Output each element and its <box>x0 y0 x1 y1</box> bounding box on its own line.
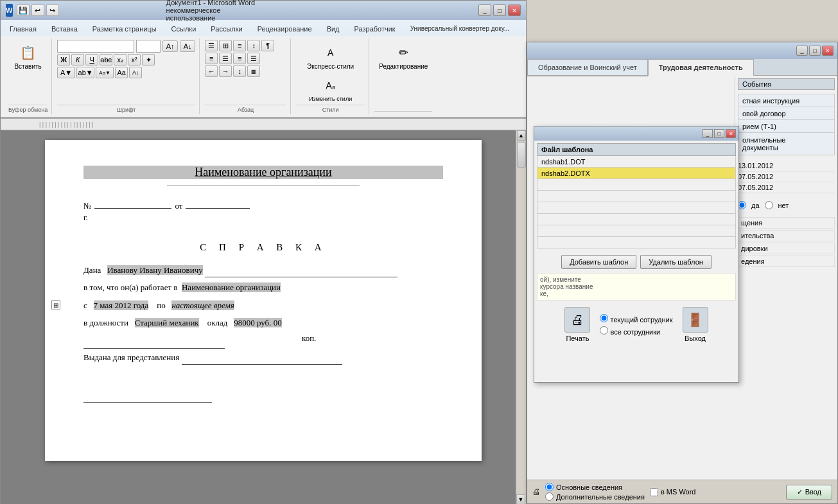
additional-info-radio[interactable] <box>545 492 554 501</box>
ms-word-check[interactable] <box>650 488 658 496</box>
add-template-btn[interactable]: Добавить шаблон <box>561 255 636 269</box>
editing-label-group <box>374 111 432 113</box>
maximize-btn[interactable]: □ <box>493 4 506 16</box>
minimize-btn[interactable]: _ <box>478 4 491 16</box>
vertical-scrollbar[interactable]: ▲ ▼ <box>516 130 526 504</box>
tab-konverter[interactable]: Универсальный конвертер доку... <box>403 22 516 36</box>
redo-quick-btn[interactable]: ↪ <box>46 4 59 16</box>
template-name-1[interactable]: ndshab1.DOT <box>537 156 736 168</box>
event-label-1[interactable]: стная инструкция <box>738 94 835 107</box>
bullets-btn[interactable]: ☰ <box>205 40 218 51</box>
caps-btn[interactable]: А↓ <box>129 67 142 78</box>
sort-btn[interactable]: ↕ <box>247 40 260 51</box>
italic-btn[interactable]: К <box>71 54 84 65</box>
pilcrow-btn[interactable]: ¶ <box>261 40 274 51</box>
template-row-5[interactable] <box>537 202 736 214</box>
current-employee-radio[interactable] <box>600 314 608 322</box>
paste-btn[interactable]: 📋 Вставить <box>10 40 46 73</box>
numbering-btn[interactable]: ⊞ <box>219 40 232 51</box>
tab-razrabotchik[interactable]: Разработчик <box>347 22 403 36</box>
bg-color-btn[interactable]: ▩ <box>247 65 260 77</box>
undo-quick-btn[interactable]: ↩ <box>31 4 44 16</box>
tab-vid[interactable]: Вид <box>320 22 347 36</box>
printer-icon-btn[interactable]: 🖨 <box>532 487 540 496</box>
tab-vstavka[interactable]: Вставка <box>44 22 85 36</box>
inner-close-btn[interactable]: ✕ <box>726 129 736 138</box>
document-area[interactable]: ⊞ Наименование организации № от г. С П Р… <box>1 130 526 504</box>
template-row-1[interactable]: ndshab1.DOT <box>537 156 736 168</box>
all-employees-radio[interactable] <box>600 326 608 335</box>
increase-indent-btn[interactable]: → <box>219 65 232 77</box>
hr-minimize-btn[interactable]: _ <box>796 46 808 56</box>
tab-employment[interactable]: Трудовая деятельность <box>648 59 754 76</box>
highlight-btn[interactable]: ab▼ <box>76 67 94 78</box>
hr-maximize-btn[interactable]: □ <box>809 46 821 56</box>
inner-maximize-btn[interactable]: □ <box>714 129 724 138</box>
event-row-3: рием (Т-1) <box>738 120 835 133</box>
save-quick-btn[interactable]: 💾 <box>17 4 30 16</box>
decrease-indent-btn[interactable]: ← <box>205 65 218 77</box>
event-label-2[interactable]: овой договор <box>738 107 835 120</box>
strikethrough-btn[interactable]: abc <box>100 54 112 65</box>
multilevel-btn[interactable]: ≡ <box>233 40 246 51</box>
subscript-btn[interactable]: x₂ <box>114 54 127 65</box>
tab-recensirovanie[interactable]: Рецензирование <box>250 22 319 36</box>
event-label-3[interactable]: рием (Т-1) <box>738 120 835 133</box>
tab-education[interactable]: Образование и Воинский учет <box>527 59 648 75</box>
tab-glavnaya[interactable]: Главная <box>3 22 44 36</box>
scroll-up-btn[interactable]: ▲ <box>517 130 526 141</box>
font-size-input[interactable]: 14 <box>136 40 161 53</box>
font-color-btn[interactable]: Аa▼ <box>96 67 114 78</box>
enter-btn[interactable]: ✓ Ввод <box>786 485 832 500</box>
ribbon: Главная Вставка Разметка страницы Ссылки… <box>1 20 526 119</box>
bold-btn[interactable]: Ж <box>57 54 70 65</box>
template-row-2[interactable]: ndshab2.DOTX <box>537 168 736 179</box>
template-name-2[interactable]: ndshab2.DOTX <box>537 168 736 179</box>
align-left-btn[interactable]: ≡ <box>205 53 218 64</box>
template-row-3[interactable] <box>537 179 736 191</box>
inner-dialog-titlebar: _ □ ✕ <box>534 126 738 141</box>
editing-btn[interactable]: ✏ Редактирование <box>374 40 432 73</box>
change-styles-btn[interactable]: Aₐ Изменить стили <box>304 73 356 105</box>
font-name-input[interactable]: Times New Roman <box>57 40 134 53</box>
clear-format-btn[interactable]: ✦ <box>142 54 155 65</box>
ms-word-checkbox[interactable]: в MS Word <box>650 488 696 496</box>
events-panel: События стная инструкция овой договор ри… <box>735 76 837 333</box>
template-row-6[interactable] <box>537 214 736 225</box>
scroll-thumb[interactable] <box>517 142 526 168</box>
basic-info-tab[interactable]: Основные сведения <box>545 483 645 491</box>
template-row-8[interactable] <box>537 237 736 248</box>
underline-btn[interactable]: Ч <box>85 54 98 65</box>
ribbon-tabs: Главная Вставка Разметка страницы Ссылки… <box>1 20 526 36</box>
no-radio[interactable] <box>765 201 773 209</box>
expand-icon[interactable]: ⊞ <box>51 300 60 309</box>
remove-template-btn[interactable]: Удалить шаблон <box>640 255 711 269</box>
tab-razmetka[interactable]: Разметка страницы <box>85 22 164 36</box>
tab-rassylki[interactable]: Рассылки <box>204 22 249 36</box>
tab-ssylki[interactable]: Ссылки <box>164 22 204 36</box>
express-styles-btn[interactable]: A Экспресс-стили <box>302 40 358 73</box>
align-right-btn[interactable]: ≡ <box>233 53 246 64</box>
hr-close-btn[interactable]: ✕ <box>822 46 834 56</box>
align-center-btn[interactable]: ☰ <box>219 53 232 64</box>
exit-btn[interactable]: 🚪 Выход <box>683 307 708 342</box>
justify-btn[interactable]: ☰ <box>247 53 260 64</box>
inner-minimize-btn[interactable]: _ <box>703 129 713 138</box>
shrink-font-btn[interactable]: A↓ <box>180 40 195 52</box>
grow-font-btn[interactable]: A↑ <box>162 40 178 52</box>
word-window: W 💾 ↩ ↪ Документ1 - Microsoft Word неком… <box>0 0 527 504</box>
line-spacing-btn[interactable]: ↕ <box>233 65 246 77</box>
superscript-btn[interactable]: x² <box>128 54 141 65</box>
aa-btn[interactable]: Аa <box>115 67 128 78</box>
scroll-down-btn[interactable]: ▼ <box>516 494 525 504</box>
additional-info-tab[interactable]: Дополнительные сведения <box>545 492 645 501</box>
print-btn[interactable]: 🖨 Печать <box>564 307 590 342</box>
line1-prefix: Дана <box>83 265 101 275</box>
basic-info-radio[interactable] <box>545 483 554 491</box>
template-row-7[interactable] <box>537 225 736 237</box>
event-label-4[interactable]: олнительныедокументы <box>738 133 835 155</box>
close-btn[interactable]: ✕ <box>508 4 521 16</box>
ribbon-group-paragraph: ☰ ⊞ ≡ ↕ ¶ ≡ ☰ ≡ ☰ ← → ↕ <box>201 39 291 114</box>
template-row-4[interactable] <box>537 191 736 202</box>
text-color-btn[interactable]: А▼ <box>57 67 75 78</box>
